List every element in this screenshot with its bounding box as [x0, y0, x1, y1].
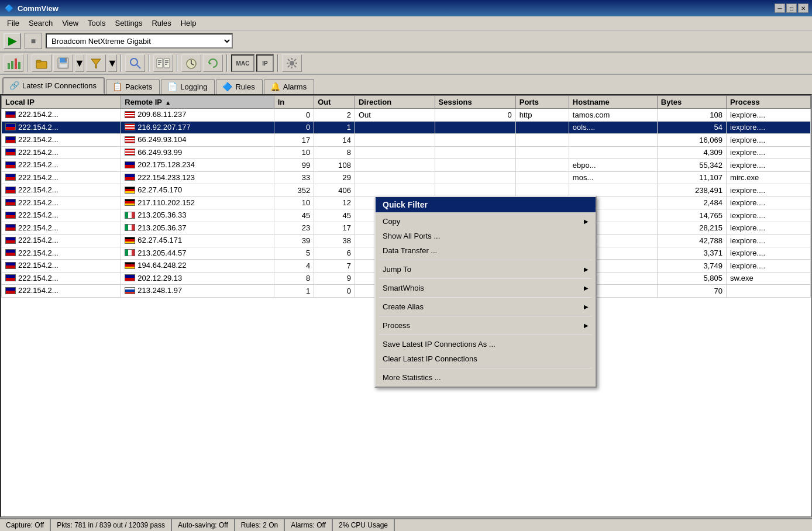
close-button[interactable]: ✕	[798, 4, 808, 13]
cell-out: 7	[314, 260, 355, 273]
adapter-select[interactable]: Broadcom NetXtreme Gigabit	[46, 33, 233, 49]
table-row[interactable]: 222.154.2...222.154.233.1233329mos...11,…	[2, 171, 811, 184]
filter-button[interactable]	[86, 54, 106, 72]
header-sessions[interactable]: Sessions	[435, 96, 515, 109]
table-row[interactable]: 222.154.2...209.68.11.23702Out0httptamos…	[2, 109, 811, 122]
decode-button[interactable]	[153, 54, 173, 72]
ctx-save-connections[interactable]: Save Latest IP Connections As ...	[376, 337, 596, 351]
maximize-button[interactable]: □	[786, 4, 797, 13]
cell-bytes: 14,765	[657, 209, 726, 222]
ctx-create-alias[interactable]: Create Alias ▶	[376, 299, 596, 314]
ctx-smartwhois[interactable]: SmartWhois ▶	[376, 281, 596, 295]
svg-rect-8	[65, 58, 67, 61]
cell-local-ip: 222.154.2...	[2, 285, 121, 298]
cell-in: 352	[274, 184, 314, 197]
cell-local-ip: 222.154.2...	[2, 196, 121, 209]
search-button[interactable]	[125, 54, 145, 72]
status-packets: Pkts: 781 in / 839 out / 12039 pass	[51, 519, 172, 531]
ctx-clear-connections[interactable]: Clear Latest IP Connections	[376, 351, 596, 366]
cell-hostname: ools....	[569, 121, 657, 134]
save-dropdown[interactable]: ▼	[75, 54, 84, 72]
ctx-clear-connections-label: Clear Latest IP Connections	[383, 354, 477, 363]
cell-remote-ip: 222.154.233.123	[121, 171, 274, 184]
cell-local-ip: 222.154.2...	[2, 171, 121, 184]
cell-in: 39	[274, 235, 314, 247]
time-button[interactable]	[181, 54, 201, 72]
ctx-data-transfer[interactable]: Data Transfer ...	[376, 243, 596, 258]
status-capture: Capture: Off	[0, 519, 51, 531]
cell-bytes: 54	[657, 121, 726, 134]
header-hostname[interactable]: Hostname	[569, 96, 657, 109]
table-row[interactable]: 222.154.2...66.249.93.104171416,069iexpl…	[2, 134, 811, 147]
settings-button[interactable]	[282, 54, 302, 72]
context-menu: Quick Filter Copy ▶ Show All Ports ... D…	[374, 196, 597, 388]
header-direction[interactable]: Direction	[355, 96, 435, 109]
cell-direction	[355, 159, 435, 172]
cell-in: 1	[274, 285, 314, 298]
menu-search[interactable]: Search	[24, 18, 57, 29]
ctx-process[interactable]: Process ▶	[376, 318, 596, 333]
open-button[interactable]	[32, 54, 51, 72]
cell-ports	[515, 184, 569, 197]
header-bytes[interactable]: Bytes	[657, 96, 726, 109]
cell-process: iexplore....	[727, 134, 811, 147]
play-button[interactable]: ▶	[4, 33, 21, 49]
table-row[interactable]: 222.154.2...202.175.128.23499108ebpo...5…	[2, 159, 811, 172]
cell-remote-ip: 213.205.36.33	[121, 209, 274, 222]
context-menu-header: Quick Filter	[376, 197, 596, 212]
header-out[interactable]: Out	[314, 96, 355, 109]
cell-local-ip: 222.154.2...	[2, 109, 121, 122]
table-row[interactable]: 222.154.2...216.92.207.17701ools....54ie…	[2, 121, 811, 134]
ctx-jump-to[interactable]: Jump To ▶	[376, 262, 596, 277]
svg-rect-14	[158, 62, 161, 63]
cell-direction	[355, 171, 435, 184]
table-row[interactable]: 222.154.2...66.249.93.991084,309iexplore…	[2, 146, 811, 159]
filter-dropdown[interactable]: ▼	[108, 54, 117, 72]
ctx-copy-label: Copy	[383, 217, 400, 226]
cell-bytes: 55,342	[657, 159, 726, 172]
ctx-process-arrow: ▶	[584, 322, 589, 329]
header-in[interactable]: In	[274, 96, 314, 109]
tab-icon-rules: 🔷	[222, 82, 232, 91]
menu-help[interactable]: Help	[176, 18, 201, 29]
header-remote-ip[interactable]: Remote IP ▲	[121, 96, 274, 109]
cell-direction	[355, 134, 435, 147]
cell-in: 4	[274, 260, 314, 273]
ctx-more-statistics[interactable]: More Statistics ...	[376, 370, 596, 385]
tab-alarms[interactable]: 🔔 Alarms	[264, 79, 314, 94]
tab-latest-ip[interactable]: 🔗 Latest IP Connections	[2, 77, 105, 94]
header-local-ip[interactable]: Local IP	[2, 96, 121, 109]
cell-hostname	[569, 184, 657, 197]
tab-packets[interactable]: 📋 Packets	[106, 79, 160, 94]
ctx-show-all-ports[interactable]: Show All Ports ...	[376, 229, 596, 243]
save-button[interactable]	[53, 54, 73, 72]
cell-process: iexplore....	[727, 209, 811, 222]
menu-settings[interactable]: Settings	[110, 18, 147, 29]
menu-rules[interactable]: Rules	[147, 18, 176, 29]
ctx-copy[interactable]: Copy ▶	[376, 214, 596, 229]
ip-button[interactable]: IP	[256, 54, 274, 72]
cell-local-ip: 222.154.2...	[2, 134, 121, 147]
header-process[interactable]: Process	[727, 96, 811, 109]
cell-direction	[355, 184, 435, 197]
cell-direction: Out	[355, 109, 435, 122]
tab-rules[interactable]: 🔷 Rules	[216, 79, 262, 94]
cell-process: mirc.exe	[727, 171, 811, 184]
menu-tools[interactable]: Tools	[83, 18, 110, 29]
menu-file[interactable]: File	[2, 18, 24, 29]
cell-ports	[515, 146, 569, 159]
reconnect-button[interactable]	[203, 54, 223, 72]
header-ports[interactable]: Ports	[515, 96, 569, 109]
tab-logging[interactable]: 📄 Logging	[161, 79, 215, 94]
menu-view[interactable]: View	[57, 18, 83, 29]
stats-button[interactable]	[4, 54, 23, 72]
table-row[interactable]: 222.154.2...62.27.45.170352406238,491iex…	[2, 184, 811, 197]
cell-process: iexplore....	[727, 222, 811, 235]
svg-rect-17	[165, 60, 168, 61]
stop-button[interactable]: ■	[25, 33, 42, 49]
minimize-button[interactable]: ─	[775, 4, 785, 13]
svg-rect-13	[158, 60, 161, 61]
mac-button[interactable]: MAC	[231, 54, 254, 72]
cell-out: 406	[314, 184, 355, 197]
cell-local-ip: 222.154.2...	[2, 272, 121, 285]
